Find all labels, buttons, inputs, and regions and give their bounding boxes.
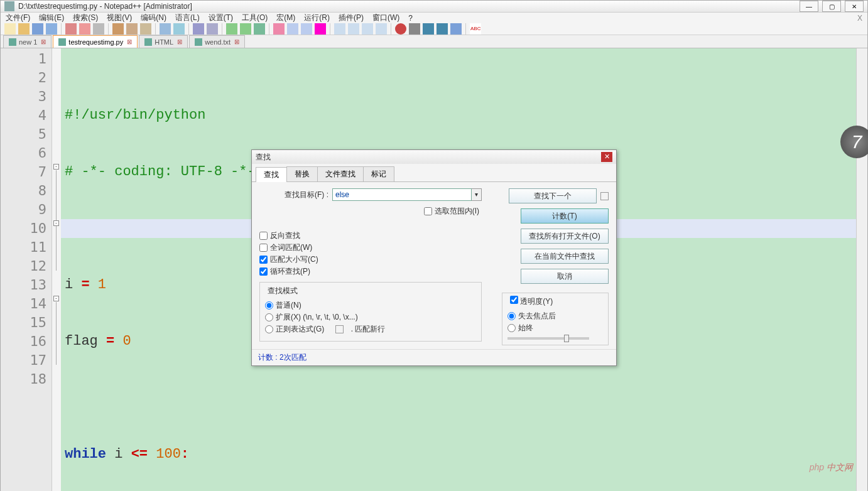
tab-close-icon[interactable]: ⊠ <box>127 38 132 45</box>
spellcheck-icon[interactable]: ABC <box>470 23 481 35</box>
menu-language[interactable]: 语言(L) <box>175 13 200 23</box>
tab-replace[interactable]: 替换 <box>286 166 318 181</box>
watermark: php php 中文网中文网 <box>810 462 853 473</box>
saveall-icon[interactable] <box>46 23 57 35</box>
minimize-button[interactable]: — <box>800 1 818 12</box>
fold-toggle-icon[interactable]: - <box>53 164 59 170</box>
tab-close-icon[interactable]: ⊠ <box>41 38 46 45</box>
zoomout-icon[interactable] <box>240 23 251 35</box>
save-icon[interactable] <box>32 23 43 35</box>
find-current-button[interactable]: 在当前文件中查找 <box>521 249 609 264</box>
fold-column[interactable]: - - - <box>52 48 61 491</box>
stop-icon[interactable] <box>409 23 420 35</box>
map-icon[interactable] <box>376 23 387 35</box>
find-input[interactable] <box>332 188 472 201</box>
line-number-gutter: 123456789101112131415161718 <box>1 48 52 491</box>
app-icon <box>4 1 14 11</box>
fold-toggle-icon[interactable]: - <box>53 296 59 301</box>
fold-toggle-icon[interactable]: - <box>53 220 59 226</box>
tab-mark[interactable]: 标记 <box>363 166 394 181</box>
replace-icon[interactable] <box>207 23 218 35</box>
paste-icon[interactable] <box>140 23 151 35</box>
cancel-button[interactable]: 取消 <box>521 269 609 284</box>
showall-icon[interactable] <box>287 23 298 35</box>
transparency-group: 透明度(Y) 失去焦点后 始终 <box>502 293 609 345</box>
close-file-icon[interactable] <box>65 23 77 35</box>
indent-icon[interactable] <box>301 23 312 35</box>
trans-always-radio[interactable] <box>507 324 516 332</box>
close-button[interactable]: ✕ <box>845 1 864 12</box>
tab-close-icon[interactable]: ⊠ <box>177 38 182 45</box>
menu-edit[interactable]: 编辑(E) <box>39 13 64 23</box>
window-title: D:\txt\testrequestimg.py - Notepad++ [Ad… <box>18 2 800 11</box>
vertical-scrollbar[interactable] <box>856 48 867 491</box>
menu-close-x[interactable]: X <box>857 14 862 23</box>
funclist-icon[interactable] <box>362 23 373 35</box>
find-next-button[interactable]: 查找下一个 <box>509 188 597 203</box>
menu-file[interactable]: 文件(F) <box>6 13 30 23</box>
transparency-slider[interactable] <box>507 337 589 340</box>
search-mode-group: 查找模式 普通(N) 扩展(X) (\n, \r, \t, \0, \x...)… <box>259 282 482 342</box>
find-icon[interactable] <box>193 23 204 35</box>
undo-icon[interactable] <box>160 23 171 35</box>
count-button[interactable]: 计数(T) <box>521 208 609 224</box>
dialog-tabs: 查找 替换 文件查找 标记 <box>252 164 616 182</box>
direction-checkbox[interactable] <box>600 192 609 200</box>
menu-encoding[interactable]: 编码(N) <box>141 13 166 23</box>
backward-checkbox[interactable] <box>259 232 268 240</box>
tab-close-icon[interactable]: ⊠ <box>234 38 239 45</box>
dropdown-icon[interactable]: ▾ <box>472 188 482 201</box>
play-icon[interactable] <box>423 23 434 35</box>
tab-findinfiles[interactable]: 文件查找 <box>317 166 364 181</box>
trans-onblur-radio[interactable] <box>507 312 516 320</box>
menu-run[interactable]: 运行(R) <box>304 13 330 23</box>
zoomin-icon[interactable] <box>226 23 237 35</box>
tab-wend[interactable]: wend.txt⊠ <box>189 35 245 48</box>
wholeword-checkbox[interactable] <box>259 244 268 252</box>
doc-icon[interactable] <box>334 23 345 35</box>
in-selection-checkbox[interactable] <box>424 207 432 215</box>
mode-regex-radio[interactable] <box>265 325 273 333</box>
new-icon[interactable] <box>4 23 16 35</box>
menu-tools[interactable]: 工具(O) <box>242 13 268 23</box>
tab-testrequestimg[interactable]: testrequestimg.py⊠ <box>53 35 138 48</box>
menu-window[interactable]: 窗口(W) <box>372 13 399 23</box>
menu-settings[interactable]: 设置(T) <box>209 13 233 23</box>
playn-icon[interactable] <box>437 23 448 35</box>
print-icon[interactable] <box>93 23 104 35</box>
cut-icon[interactable] <box>112 23 124 35</box>
userlang-icon[interactable] <box>315 23 326 35</box>
find-label: 查找目标(F) : <box>259 190 328 200</box>
mode-normal-radio[interactable] <box>265 301 273 310</box>
savemacro-icon[interactable] <box>450 23 462 35</box>
open-icon[interactable] <box>18 23 30 35</box>
record-icon[interactable] <box>395 23 406 35</box>
transparency-checkbox[interactable] <box>510 296 518 304</box>
closeall-icon[interactable] <box>79 23 90 35</box>
wrap-checkbox[interactable] <box>259 267 268 276</box>
slider-thumb[interactable] <box>564 335 569 342</box>
menu-bar[interactable]: 文件(F) 编辑(E) 搜索(S) 视图(V) 编码(N) 语言(L) 设置(T… <box>1 13 867 23</box>
doc2-icon[interactable] <box>348 23 359 35</box>
mode-extended-radio[interactable] <box>265 313 273 321</box>
tab-new1[interactable]: new 1⊠ <box>3 35 52 48</box>
sync-icon[interactable] <box>254 23 265 35</box>
menu-macro[interactable]: 宏(M) <box>276 13 295 23</box>
tab-find[interactable]: 查找 <box>256 167 287 182</box>
find-dialog[interactable]: 查找 ✕ 查找 替换 文件查找 标记 查找目标(F) : ▾ 选取范围内(I) … <box>251 149 617 366</box>
title-bar[interactable]: D:\txt\testrequestimg.py - Notepad++ [Ad… <box>1 1 867 13</box>
maximize-button[interactable]: ▢ <box>822 1 841 12</box>
tab-html[interactable]: HTML⊠ <box>139 35 188 48</box>
matchcase-checkbox[interactable] <box>259 256 268 264</box>
dialog-close-button[interactable]: ✕ <box>601 152 612 162</box>
menu-search[interactable]: 搜索(S) <box>73 13 98 23</box>
matchnewline-checkbox[interactable] <box>335 325 344 333</box>
copy-icon[interactable] <box>126 23 138 35</box>
find-all-open-button[interactable]: 查找所有打开文件(O) <box>521 229 609 244</box>
wrap-icon[interactable] <box>273 23 285 35</box>
dialog-title-bar[interactable]: 查找 ✕ <box>252 150 616 164</box>
menu-view[interactable]: 视图(V) <box>107 13 132 23</box>
menu-help[interactable]: ? <box>408 14 413 23</box>
menu-plugins[interactable]: 插件(P) <box>339 13 364 23</box>
redo-icon[interactable] <box>173 23 185 35</box>
